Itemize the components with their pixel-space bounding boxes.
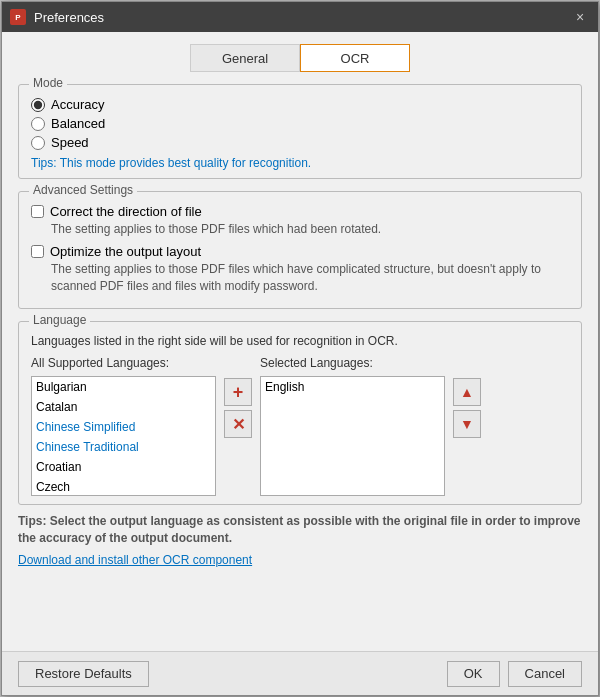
mode-speed-radio[interactable] <box>31 136 45 150</box>
tips-content: Select the output language as consistent… <box>18 514 581 545</box>
mode-section: Mode Accuracy Balanced Speed <box>18 84 582 179</box>
language-lists: All Supported Languages: Bulgarian Catal… <box>31 356 569 496</box>
move-up-button[interactable]: ▲ <box>453 378 481 406</box>
correct-direction-desc: The setting applies to those PDF files w… <box>51 221 569 238</box>
list-item[interactable]: Catalan <box>32 397 215 417</box>
all-languages-label: All Supported Languages: <box>31 356 216 370</box>
list-item[interactable]: Bulgarian <box>32 377 215 397</box>
list-item[interactable]: Chinese Traditional <box>32 437 215 457</box>
download-link[interactable]: Download and install other OCR component <box>18 553 582 567</box>
optimize-layout-desc: The setting applies to those PDF files w… <box>51 261 569 295</box>
list-item[interactable]: Chinese Simplified <box>32 417 215 437</box>
cancel-button[interactable]: Cancel <box>508 661 582 687</box>
list-item[interactable]: English <box>261 377 444 397</box>
optimize-layout-item: Optimize the output layout <box>31 244 569 259</box>
language-section-title: Language <box>29 313 90 327</box>
mode-content: Accuracy Balanced Speed Tips: This mode … <box>31 97 569 170</box>
bottom-tips: Tips: Select the output language as cons… <box>18 513 582 547</box>
mode-balanced-item: Balanced <box>31 116 569 131</box>
mode-tips: Tips: This mode provides best quality fo… <box>31 156 569 170</box>
selected-languages-list[interactable]: English <box>260 376 445 496</box>
remove-language-button[interactable]: ✕ <box>224 410 252 438</box>
list-item[interactable]: Croatian <box>32 457 215 477</box>
tips-label: Tips: <box>18 514 50 528</box>
mode-accuracy-label: Accuracy <box>51 97 104 112</box>
mode-speed-label: Speed <box>51 135 89 150</box>
remove-icon: ✕ <box>232 415 245 434</box>
advanced-content: Correct the direction of file The settin… <box>31 204 569 294</box>
restore-defaults-button[interactable]: Restore Defaults <box>18 661 149 687</box>
down-arrow-icon: ▼ <box>460 416 474 432</box>
selected-languages-container: Selected Languages: English <box>260 356 445 496</box>
footer-left: Restore Defaults <box>18 661 447 687</box>
all-languages-container: All Supported Languages: Bulgarian Catal… <box>31 356 216 496</box>
language-section: Language Languages listed in the right s… <box>18 321 582 505</box>
mode-accuracy-item: Accuracy <box>31 97 569 112</box>
content-area: General OCR Mode Accuracy Balanced <box>2 32 598 651</box>
mode-balanced-radio[interactable] <box>31 117 45 131</box>
up-arrow-icon: ▲ <box>460 384 474 400</box>
list-item[interactable]: Czech <box>32 477 215 496</box>
window-title: Preferences <box>34 10 570 25</box>
svg-text:P: P <box>15 13 21 22</box>
correct-direction-item: Correct the direction of file <box>31 204 569 219</box>
mode-radio-group: Accuracy Balanced Speed <box>31 97 569 150</box>
app-icon: P <box>10 9 26 25</box>
advanced-section: Advanced Settings Correct the direction … <box>18 191 582 309</box>
title-bar: P Preferences × <box>2 2 598 32</box>
tab-general[interactable]: General <box>190 44 300 72</box>
footer: Restore Defaults OK Cancel <box>2 651 598 695</box>
language-desc: Languages listed in the right side will … <box>31 334 569 348</box>
lang-action-buttons: + ✕ <box>224 378 252 438</box>
move-down-button[interactable]: ▼ <box>453 410 481 438</box>
advanced-section-title: Advanced Settings <box>29 183 137 197</box>
correct-direction-checkbox[interactable] <box>31 205 44 218</box>
footer-right: OK Cancel <box>447 661 582 687</box>
all-languages-list[interactable]: Bulgarian Catalan Chinese Simplified Chi… <box>31 376 216 496</box>
all-languages-wrap: Bulgarian Catalan Chinese Simplified Chi… <box>31 376 216 496</box>
mode-balanced-label: Balanced <box>51 116 105 131</box>
mode-section-title: Mode <box>29 76 67 90</box>
add-language-button[interactable]: + <box>224 378 252 406</box>
optimize-layout-label: Optimize the output layout <box>50 244 201 259</box>
close-button[interactable]: × <box>570 7 590 27</box>
optimize-layout-checkbox[interactable] <box>31 245 44 258</box>
ok-button[interactable]: OK <box>447 661 500 687</box>
tab-ocr[interactable]: OCR <box>300 44 410 72</box>
plus-icon: + <box>233 382 244 403</box>
lang-order-buttons: ▲ ▼ <box>453 378 481 438</box>
correct-direction-label: Correct the direction of file <box>50 204 202 219</box>
selected-languages-label: Selected Languages: <box>260 356 445 370</box>
tab-bar: General OCR <box>18 44 582 72</box>
mode-speed-item: Speed <box>31 135 569 150</box>
mode-accuracy-radio[interactable] <box>31 98 45 112</box>
preferences-window: P Preferences × General OCR Mode Accurac… <box>1 1 599 696</box>
